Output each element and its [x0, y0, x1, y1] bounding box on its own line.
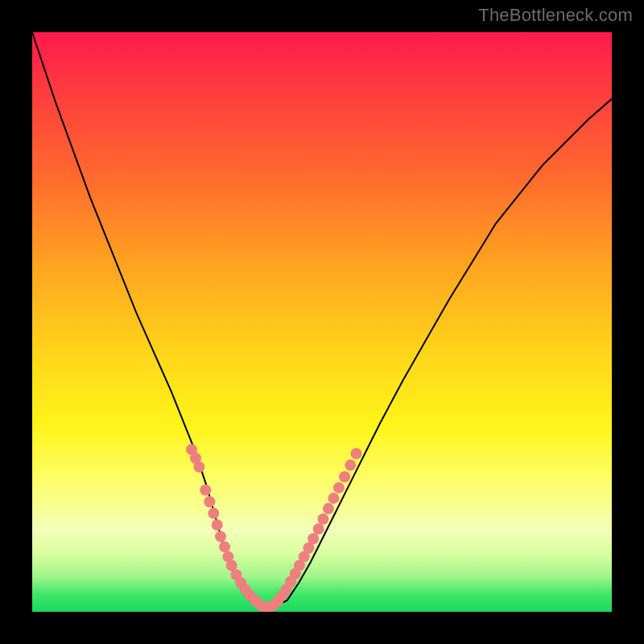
- scatter-points: [186, 444, 361, 612]
- data-point: [193, 461, 204, 473]
- data-point: [212, 519, 223, 530]
- data-point: [328, 493, 339, 504]
- data-point: [323, 503, 334, 514]
- data-point: [339, 471, 350, 482]
- data-point: [350, 448, 361, 459]
- data-point: [308, 533, 319, 544]
- data-point: [204, 496, 215, 507]
- data-point: [333, 482, 345, 493]
- plot-area: [32, 32, 612, 612]
- curve-layer: [32, 32, 612, 612]
- data-point: [313, 523, 324, 535]
- data-point: [345, 460, 356, 471]
- chart-frame: TheBottleneck.com: [0, 0, 644, 644]
- data-point: [200, 485, 211, 496]
- data-point: [215, 530, 226, 542]
- watermark-text: TheBottleneck.com: [478, 5, 633, 26]
- data-point: [317, 514, 328, 525]
- data-point: [219, 541, 230, 552]
- data-point: [208, 508, 219, 519]
